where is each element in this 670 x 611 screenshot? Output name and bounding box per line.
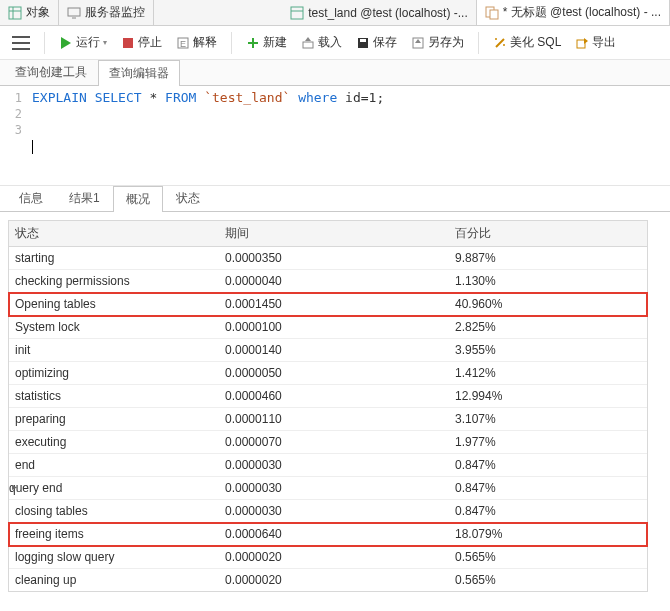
cell-duration: 0.0000020	[219, 546, 449, 568]
tab-status[interactable]: 状态	[163, 185, 213, 211]
table-row[interactable]: statistics0.000046012.994%	[9, 385, 647, 408]
cell-percent: 1.130%	[449, 270, 647, 292]
col-duration[interactable]: 期间	[219, 221, 449, 246]
cell-duration: 0.0000460	[219, 385, 449, 407]
title-tab-label: * 无标题 @test (localhost) - ...	[503, 4, 661, 21]
tab-query-editor[interactable]: 查询编辑器	[98, 60, 180, 86]
export-label: 导出	[592, 34, 616, 51]
col-percent[interactable]: 百分比	[449, 221, 647, 246]
explain-label: 解释	[193, 34, 217, 51]
cell-duration: 0.0001450	[219, 293, 449, 315]
sql-table: `test_land`	[204, 90, 290, 105]
svg-rect-8	[490, 10, 498, 19]
save-button[interactable]: 保存	[352, 32, 401, 53]
table-row[interactable]: System lock0.00001002.825%	[9, 316, 647, 339]
tab-profile[interactable]: 概况	[113, 186, 163, 212]
svg-marker-16	[305, 37, 311, 41]
save-icon	[356, 36, 370, 50]
cell-percent: 0.847%	[449, 477, 647, 499]
table-row[interactable]: closing tables0.00000300.847%	[9, 500, 647, 523]
cell-percent: 3.955%	[449, 339, 647, 361]
title-tab-label: 服务器监控	[85, 4, 145, 21]
export-button[interactable]: 导出	[571, 32, 620, 53]
code-area[interactable]: EXPLAIN SELECT * FROM `test_land` where …	[28, 86, 670, 185]
run-button[interactable]: 运行▾	[55, 32, 111, 53]
sql-keyword: SELECT	[95, 90, 142, 105]
table-row[interactable]: executing0.00000701.977%	[9, 431, 647, 454]
run-label: 运行	[76, 34, 100, 51]
table-row[interactable]: logging slow query0.00000200.565%	[9, 546, 647, 569]
explain-button[interactable]: E解释	[172, 32, 221, 53]
load-button[interactable]: 载入	[297, 32, 346, 53]
load-label: 载入	[318, 34, 342, 51]
svg-marker-25	[584, 38, 588, 44]
svg-marker-20	[415, 39, 421, 43]
cell-status: System lock	[9, 316, 219, 338]
stop-button[interactable]: 停止	[117, 32, 166, 53]
cell-status: init	[9, 339, 219, 361]
saveas-button[interactable]: 另存为	[407, 32, 468, 53]
table-icon	[8, 6, 22, 20]
table-row[interactable]: ▸query end0.00000300.847%	[9, 477, 647, 500]
cell-duration: 0.0000110	[219, 408, 449, 430]
title-tab-label: 对象	[26, 4, 50, 21]
cell-percent: 3.107%	[449, 408, 647, 430]
table-body: starting0.00003509.887%checking permissi…	[9, 247, 647, 591]
cell-percent: 2.825%	[449, 316, 647, 338]
tab-result1[interactable]: 结果1	[56, 185, 113, 211]
svg-rect-24	[577, 40, 585, 48]
profile-table: 状态 期间 百分比 starting0.00003509.887%checkin…	[8, 220, 648, 592]
table-row[interactable]: checking permissions0.00000401.130%	[9, 270, 647, 293]
table-row[interactable]: cleaning up0.00000200.565%	[9, 569, 647, 591]
new-button[interactable]: 新建	[242, 32, 291, 53]
explain-icon: E	[176, 36, 190, 50]
stop-icon	[121, 36, 135, 50]
cell-percent: 0.565%	[449, 546, 647, 568]
title-tab-untitled[interactable]: * 无标题 @test (localhost) - ...	[477, 0, 670, 25]
beautify-button[interactable]: 美化 SQL	[489, 32, 565, 53]
cell-duration: 0.0000100	[219, 316, 449, 338]
expand-icon[interactable]: ▸	[9, 481, 19, 492]
cell-status: logging slow query	[9, 546, 219, 568]
table-row[interactable]: init0.00001403.955%	[9, 339, 647, 362]
sql-keyword: FROM	[165, 90, 196, 105]
tab-info[interactable]: 信息	[6, 185, 56, 211]
export-icon	[575, 36, 589, 50]
cell-duration: 0.0000070	[219, 431, 449, 453]
cell-percent: 40.960%	[449, 293, 647, 315]
cell-status: freeing items	[9, 523, 219, 545]
table-row[interactable]: starting0.00003509.887%	[9, 247, 647, 270]
table-row[interactable]: optimizing0.00000501.412%	[9, 362, 647, 385]
cell-duration: 0.0000350	[219, 247, 449, 269]
col-status[interactable]: 状态	[9, 221, 219, 246]
sql-editor[interactable]: 1 2 3 EXPLAIN SELECT * FROM `test_land` …	[0, 86, 670, 186]
menu-button[interactable]	[8, 34, 34, 52]
dropdown-icon: ▾	[103, 38, 107, 47]
title-tab-testland[interactable]: test_land @test (localhost) -...	[282, 0, 477, 25]
cell-percent: 18.079%	[449, 523, 647, 545]
title-tab-objects[interactable]: 对象	[0, 0, 59, 25]
cell-status: starting	[9, 247, 219, 269]
svg-rect-3	[68, 8, 80, 16]
svg-marker-9	[61, 37, 71, 49]
svg-line-21	[496, 39, 504, 47]
cell-duration: 0.0000140	[219, 339, 449, 361]
query-icon	[485, 6, 499, 20]
tab-query-builder[interactable]: 查询创建工具	[4, 59, 98, 85]
cell-status: preparing	[9, 408, 219, 430]
sql-keyword: EXPLAIN	[32, 90, 87, 105]
wand-icon	[493, 36, 507, 50]
cell-status: optimizing	[9, 362, 219, 384]
cell-status: Opening tables	[9, 293, 219, 315]
cell-status: statistics	[9, 385, 219, 407]
table-row[interactable]: end0.00000300.847%	[9, 454, 647, 477]
toolbar: 运行▾ 停止 E解释 新建 载入 保存 另存为 美化 SQL 导出	[0, 26, 670, 60]
table-row[interactable]: preparing0.00001103.107%	[9, 408, 647, 431]
cell-status: ▸query end	[9, 477, 219, 499]
beautify-label: 美化 SQL	[510, 34, 561, 51]
table-row[interactable]: freeing items0.000064018.079%	[9, 523, 647, 546]
separator	[44, 32, 45, 54]
line-number: 3	[0, 122, 22, 138]
title-tab-monitor[interactable]: 服务器监控	[59, 0, 154, 25]
table-row[interactable]: Opening tables0.000145040.960%	[9, 293, 647, 316]
